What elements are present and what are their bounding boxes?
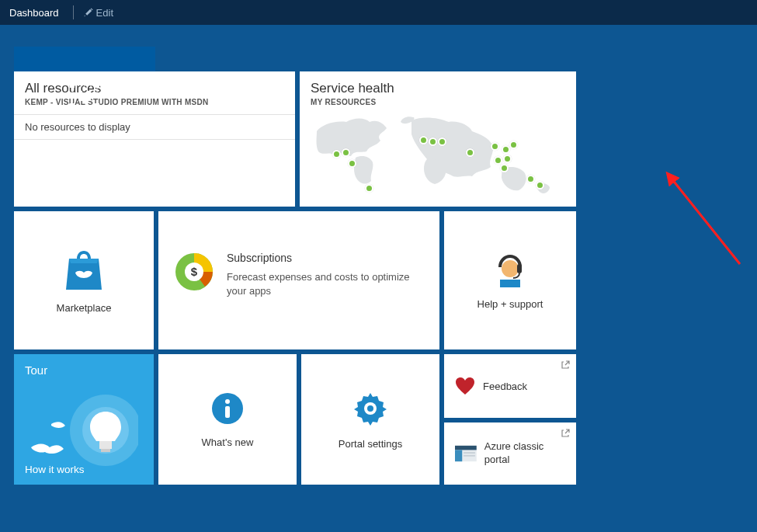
- subscriptions-title: Subscriptions: [227, 252, 421, 264]
- status-dot: [500, 164, 509, 172]
- separator: [73, 5, 74, 19]
- external-link-icon: [561, 429, 570, 438]
- portal-settings-label: Portal settings: [339, 438, 402, 450]
- status-dot: [491, 142, 499, 151]
- status-dot: [342, 148, 350, 157]
- status-dot: [438, 137, 446, 146]
- subscriptions-desc: Forecast expenses and costs to optimize …: [227, 270, 421, 298]
- svg-rect-0: [70, 83, 75, 88]
- edit-button[interactable]: Edit: [83, 7, 113, 19]
- status-dot: [419, 136, 428, 144]
- edit-label: Edit: [96, 7, 113, 19]
- svg-rect-11: [87, 97, 91, 101]
- svg-rect-27: [455, 446, 477, 450]
- all-resources-subtitle: KEMP - VISUAL STUDIO PREMIUM WITH MSDN: [25, 98, 284, 106]
- status-dot: [348, 159, 356, 168]
- annotation-arrow: [662, 171, 748, 272]
- portal-settings-tile[interactable]: Portal settings: [301, 354, 439, 485]
- svg-rect-23: [225, 406, 230, 418]
- svg-point-15: [502, 260, 519, 277]
- page-title: Dashboard: [9, 7, 59, 19]
- svg-rect-30: [464, 455, 475, 457]
- service-health-tile[interactable]: Service health MY RESOURCES: [300, 71, 576, 207]
- gear-icon: [352, 390, 389, 427]
- whats-new-tile[interactable]: What's new: [158, 354, 297, 485]
- classic-portal-label: Azure classic portal: [484, 440, 565, 467]
- svg-rect-10: [78, 97, 82, 101]
- status-dot: [466, 148, 474, 157]
- service-health-title: Service health: [311, 81, 565, 96]
- svg-rect-19: [99, 441, 112, 449]
- svg-text:$: $: [191, 265, 198, 278]
- status-dot: [494, 156, 502, 165]
- all-resources-title: All resources: [25, 81, 284, 96]
- whats-new-label: What's new: [202, 436, 254, 448]
- status-dot: [503, 155, 512, 163]
- heart-icon: [455, 377, 475, 395]
- external-link-icon: [561, 360, 570, 370]
- all-resources-empty: No resources to display: [14, 114, 295, 140]
- svg-point-22: [225, 399, 230, 404]
- help-support-tile[interactable]: Help + support: [444, 211, 576, 349]
- svg-rect-28: [455, 450, 462, 461]
- svg-rect-2: [70, 103, 75, 108]
- subscriptions-tile[interactable]: $ Subscriptions Forecast expenses and co…: [158, 211, 439, 349]
- service-health-subtitle: MY RESOURCES: [311, 98, 565, 106]
- dashboard: All resources KEMP - VISUAL STUDIO PREMI…: [0, 25, 757, 179]
- status-dot: [526, 175, 535, 183]
- svg-rect-16: [517, 264, 522, 273]
- status-dot: [536, 181, 544, 190]
- feedback-tile[interactable]: Feedback: [444, 354, 576, 418]
- svg-rect-29: [464, 452, 475, 454]
- status-dot: [332, 150, 341, 158]
- world-map: [311, 114, 565, 198]
- classic-portal-icon: [455, 445, 477, 462]
- status-dot: [365, 184, 373, 193]
- classic-portal-tile[interactable]: Azure classic portal: [444, 422, 576, 485]
- svg-rect-20: [101, 449, 110, 452]
- dollar-donut-icon: $: [174, 252, 214, 292]
- svg-point-25: [367, 405, 373, 412]
- topbar: Dashboard Edit: [0, 0, 757, 25]
- tour-bottom: How it works: [25, 464, 85, 475]
- svg-rect-1: [95, 83, 99, 88]
- marketplace-tile[interactable]: Marketplace: [14, 211, 154, 349]
- marketplace-label: Marketplace: [57, 302, 112, 314]
- status-dot: [509, 141, 518, 149]
- status-dot: [429, 137, 437, 146]
- shopping-bag-icon: [64, 248, 103, 291]
- all-resources-tile[interactable]: All resources KEMP - VISUAL STUDIO PREMI…: [14, 71, 295, 207]
- deploy-progress-icon: [65, 80, 104, 111]
- pencil-icon: [83, 8, 93, 18]
- help-label: Help + support: [477, 298, 543, 310]
- tour-title: Tour: [25, 363, 143, 377]
- svg-rect-3: [95, 103, 99, 108]
- status-dot: [502, 145, 510, 154]
- tour-tile[interactable]: Tour How it works: [14, 354, 154, 485]
- svg-rect-8: [78, 91, 82, 95]
- headset-person-icon: [492, 252, 528, 287]
- svg-rect-9: [87, 91, 91, 95]
- map-svg: [311, 114, 565, 198]
- feedback-label: Feedback: [483, 381, 527, 392]
- info-icon: [210, 391, 245, 426]
- svg-line-31: [672, 179, 740, 264]
